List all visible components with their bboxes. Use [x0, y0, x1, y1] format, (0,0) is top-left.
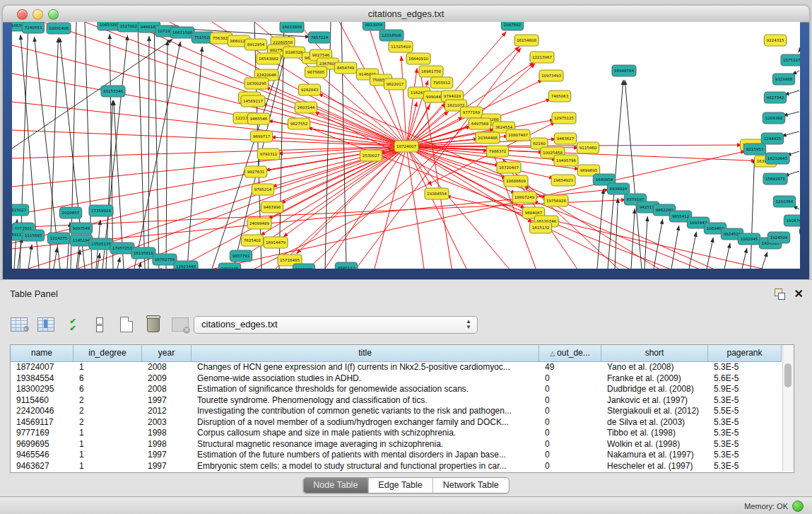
table-row[interactable]: 969969511998Structural magnetic resonanc…	[11, 439, 782, 450]
graph-node[interactable]: 10973493	[539, 70, 563, 81]
table-cell[interactable]: 6	[73, 384, 142, 395]
table-cell[interactable]: 5.3E-5	[708, 450, 782, 461]
table-cell[interactable]: de Silva et al. (2003)	[601, 417, 708, 428]
table-cell[interactable]: 0	[539, 428, 601, 439]
graph-node[interactable]: 1192021	[293, 264, 314, 269]
graph-node[interactable]: 18807249	[512, 192, 536, 203]
graph-node[interactable]: 9875685	[305, 66, 326, 78]
graph-node[interactable]: 24099489	[247, 218, 271, 229]
table-cell[interactable]: 18724007	[11, 362, 73, 373]
table-cell[interactable]: Embryonic stem cells: a model to study s…	[192, 461, 539, 472]
delete-table-icon[interactable]: ✕	[171, 315, 189, 334]
table-cell[interactable]: 6	[73, 373, 142, 385]
graph-node[interactable]: 2087682	[501, 22, 523, 30]
table-cell[interactable]: 0	[539, 417, 601, 428]
network-view[interactable]: 1663904714055320891406106532871527002946…	[12, 22, 800, 269]
table-selector-dropdown[interactable]: citations_edges.txt ▲▼	[194, 316, 478, 334]
table-cell[interactable]: Franke et al. (2009)	[601, 373, 708, 385]
table-cell[interactable]: 5.3E-5	[708, 428, 782, 439]
column-visibility-icon[interactable]	[37, 315, 55, 334]
graph-node[interactable]: 18300295	[245, 78, 269, 89]
select-rows-icon[interactable]: ✔✔	[64, 315, 82, 334]
table-cell[interactable]: 0	[539, 395, 601, 407]
graph-node[interactable]: 7955812	[430, 77, 452, 88]
table-cell[interactable]: Nakamura et al. (1997)	[601, 450, 708, 461]
table-cell[interactable]: 0	[539, 384, 601, 395]
graph-node[interactable]: 9329966	[772, 74, 794, 85]
table-cell[interactable]: Estimation of significance thresholds fo…	[192, 384, 539, 395]
graph-node[interactable]: 16640910	[406, 53, 430, 64]
graph-node[interactable]: 18724007	[394, 141, 418, 152]
table-cell[interactable]: Disruption of a novel member of a sodium…	[192, 417, 539, 428]
graph-node[interactable]: 16543882	[257, 53, 281, 64]
table-cell[interactable]: 0	[539, 373, 601, 385]
vertical-scrollbar[interactable]	[782, 345, 794, 471]
table-cell[interactable]: 49	[539, 362, 601, 373]
graph-node[interactable]: 9827552	[288, 118, 310, 129]
graph-node[interactable]: 1209388	[763, 112, 784, 124]
table-row[interactable]: 1456911722003Disruption of a novel membe…	[11, 417, 782, 428]
table-cell[interactable]: Changes of HCN gene expression and I(f) …	[192, 362, 539, 373]
table-cell[interactable]: 2	[73, 395, 142, 407]
table-row[interactable]: 977716911998Corpus callosum shape and si…	[11, 428, 782, 439]
graph-node[interactable]: 1926741	[784, 215, 800, 226]
table-cell[interactable]: 0	[539, 450, 601, 461]
graph-node[interactable]: 16948784	[612, 65, 636, 76]
table-cell[interactable]: Tibbo et al. (1998)	[601, 428, 708, 439]
row-style-icon[interactable]	[90, 315, 109, 334]
graph-node[interactable]: 16033809	[280, 22, 304, 33]
graph-node[interactable]: 14569117	[241, 95, 265, 107]
column-header-in-degree[interactable]: in_degree	[73, 345, 142, 361]
graph-node[interactable]: 9097548	[70, 223, 92, 234]
table-cell[interactable]: 1	[73, 461, 142, 472]
table-cell[interactable]: Structural magnetic resonance image aver…	[192, 439, 539, 450]
graph-node[interactable]: 19384554	[425, 188, 449, 199]
graph-node[interactable]: 9785214	[252, 184, 273, 195]
graph-node[interactable]: 9242843	[298, 84, 320, 95]
table-cell[interactable]: Wolkin et al. (1998)	[601, 439, 708, 450]
table-cell[interactable]: 2008	[142, 362, 192, 373]
column-header-name[interactable]: name	[11, 345, 73, 361]
graph-node[interactable]: 16154808	[514, 35, 539, 46]
tab-edge-table[interactable]: Edge Table	[368, 478, 433, 493]
table-cell[interactable]: 1	[73, 439, 142, 450]
table-cell[interactable]: 5.3E-5	[708, 395, 782, 407]
graph-node[interactable]: 9845112	[335, 262, 357, 269]
graph-node[interactable]: 9227342	[764, 92, 786, 103]
graph-node[interactable]: 2530027	[360, 150, 382, 161]
graph-node[interactable]: 20153346	[101, 86, 125, 97]
table-cell[interactable]: 9115460	[11, 395, 73, 407]
table-cell[interactable]: 0	[539, 439, 601, 450]
graph-node[interactable]: 16195810	[131, 247, 155, 259]
table-cell[interactable]: 2008	[142, 384, 192, 395]
table-cell[interactable]: 1997	[142, 450, 192, 461]
network-window-titlebar[interactable]: citations_edges.txt	[3, 6, 809, 23]
graph-node[interactable]: 1815023	[12, 204, 29, 216]
graph-node[interactable]: 1092345	[218, 263, 240, 269]
table-cell[interactable]: 5.3E-5	[708, 417, 782, 428]
tab-node-table[interactable]: Node Table	[303, 478, 368, 493]
graph-node[interactable]: 17359928	[89, 205, 113, 216]
table-cell[interactable]: 14569117	[11, 417, 73, 428]
table-cell[interactable]: Jankovic et al. (1997)	[601, 395, 708, 407]
new-table-icon[interactable]	[117, 315, 136, 334]
table-cell[interactable]: 5.3E-5	[708, 461, 782, 472]
table-cell[interactable]: 5.3E-5	[708, 439, 782, 450]
table-cell[interactable]: 5.9E-5	[708, 384, 782, 395]
graph-node[interactable]: 1214275	[47, 233, 69, 244]
table-cell[interactable]: 1998	[142, 439, 192, 450]
graph-node[interactable]: 12218506	[379, 30, 404, 41]
graph-node[interactable]: 1210364	[773, 196, 795, 207]
graph-node[interactable]: 9224315	[764, 35, 786, 46]
graph-node[interactable]: 9777169	[460, 107, 482, 118]
tab-network-table[interactable]: Network Table	[433, 478, 509, 493]
table-cell[interactable]: 0	[539, 406, 601, 417]
table-row[interactable]: 911546021997Tourette syndrome. Phenomeno…	[11, 395, 782, 407]
graph-node[interactable]: 15751074	[781, 54, 800, 66]
graph-node[interactable]: 20891406	[47, 23, 71, 34]
table-cell[interactable]: 0	[539, 461, 601, 472]
table-cell[interactable]: 2	[73, 406, 142, 417]
graph-node[interactable]: 2603144	[295, 102, 317, 113]
table-row[interactable]: 1872400712008Changes of HCN gene express…	[11, 362, 782, 373]
graph-node[interactable]: 9699717	[250, 131, 272, 142]
